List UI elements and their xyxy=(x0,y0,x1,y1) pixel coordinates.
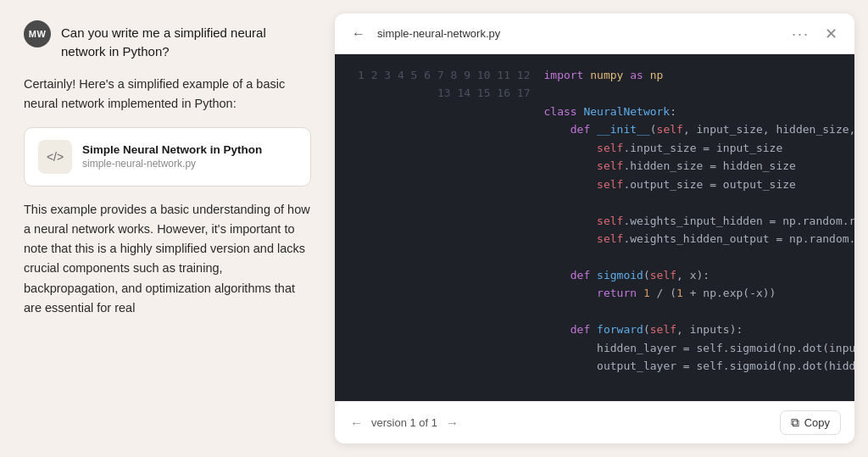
file-card[interactable]: </> Simple Neural Network in Python simp… xyxy=(24,127,311,187)
file-tab-name: simple-neural-network.py xyxy=(377,27,780,40)
avatar: MW xyxy=(24,20,51,47)
back-button[interactable]: ← xyxy=(348,25,369,43)
copy-label: Copy xyxy=(804,416,830,429)
user-question-text: Can you write me a simplified neural net… xyxy=(61,20,311,61)
code-footer: ← version 1 of 1 → ⧉ Copy xyxy=(335,401,854,443)
code-body: 1 2 3 4 5 6 7 8 9 10 11 12 13 14 15 16 1… xyxy=(335,54,854,401)
file-title: Simple Neural Network in Python xyxy=(82,143,262,156)
code-content: 1 2 3 4 5 6 7 8 9 10 11 12 13 14 15 16 1… xyxy=(335,54,854,401)
version-text: version 1 of 1 xyxy=(371,416,437,429)
user-message: MW Can you write me a simplified neural … xyxy=(24,20,311,61)
line-numbers: 1 2 3 4 5 6 7 8 9 10 11 12 13 14 15 16 1… xyxy=(335,54,537,401)
prev-version-button[interactable]: ← xyxy=(348,414,364,432)
code-lines: import numpy as np class NeuralNetwork: … xyxy=(537,54,854,401)
left-panel: MW Can you write me a simplified neural … xyxy=(0,0,335,457)
response-intro-text: Certainly! Here's a simplified example o… xyxy=(24,75,311,114)
more-options-button[interactable]: ··· xyxy=(788,26,813,42)
code-viewer: ← simple-neural-network.py ··· ✕ 1 2 3 4… xyxy=(335,14,854,443)
version-nav: ← version 1 of 1 → xyxy=(348,414,460,432)
next-version-button[interactable]: → xyxy=(444,414,460,432)
response-outro-text: This example provides a basic understand… xyxy=(24,200,311,318)
close-button[interactable]: ✕ xyxy=(821,25,841,43)
code-header: ← simple-neural-network.py ··· ✕ xyxy=(335,14,854,54)
file-info: Simple Neural Network in Python simple-n… xyxy=(82,143,262,170)
file-name: simple-neural-network.py xyxy=(82,158,262,170)
file-code-icon: </> xyxy=(38,140,72,174)
copy-button[interactable]: ⧉ Copy xyxy=(780,410,841,435)
copy-icon: ⧉ xyxy=(791,415,799,430)
